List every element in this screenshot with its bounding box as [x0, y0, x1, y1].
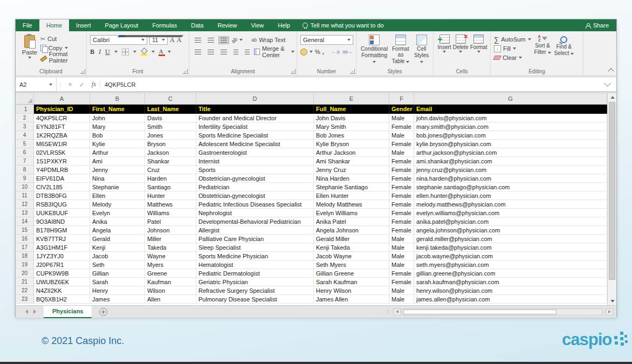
decrease-decimal-button[interactable]: .00→ [342, 50, 352, 54]
grid-cell[interactable]: Male [389, 286, 414, 295]
grid-cell[interactable]: Male [389, 252, 414, 260]
grid-cell[interactable]: Gastroenterologist [196, 148, 314, 157]
grid-cell[interactable]: ami.shankar@physician.com [414, 157, 607, 166]
align-bottom-button[interactable] [218, 36, 229, 44]
row-number[interactable]: 18 [16, 252, 34, 260]
underline-button[interactable]: U [105, 48, 110, 56]
grid-cell[interactable]: Ami Shankar [314, 157, 389, 166]
grid-cell[interactable]: Female [389, 140, 414, 148]
grid-cell[interactable]: Adolescent Medicine Specialist [196, 140, 314, 148]
grid-cell[interactable]: N4ZII2KK [34, 286, 90, 295]
grid-cell[interactable]: Stephanie Santiago [314, 183, 389, 191]
grid-cell[interactable]: Jackson [145, 148, 196, 157]
grid-cell[interactable]: Female [389, 217, 414, 226]
grid-cell[interactable]: Female [389, 226, 414, 235]
header-cell[interactable]: Email [414, 105, 607, 114]
collapse-ribbon-button[interactable] [608, 68, 614, 74]
tab-formulas[interactable]: Formulas [145, 19, 184, 31]
grid-cell[interactable]: Angela Johnson [314, 226, 389, 235]
column-header-b[interactable]: B [90, 93, 145, 104]
grid-cell[interactable]: Male [389, 243, 414, 252]
grid-cell[interactable]: Mary Smith [314, 122, 389, 131]
row-number[interactable]: 9 [16, 174, 34, 183]
row-number[interactable]: 4 [16, 131, 34, 140]
grid-cell[interactable]: Obstetrician-gynecologist [196, 174, 314, 183]
grid-cell[interactable]: CUPK9W9B [34, 269, 90, 278]
grid-cell[interactable]: Jenny [90, 166, 145, 174]
conditional-formatting-button[interactable]: Conditional Formatting [360, 34, 389, 67]
column-header-g[interactable]: G [414, 93, 607, 104]
grid-cell[interactable]: Palliative Care Physician [196, 235, 314, 243]
merge-center-button[interactable]: Merge & Center [262, 45, 289, 58]
grid-cell[interactable]: RSB3IQUG [34, 200, 90, 209]
grid-cell[interactable]: Cruz [145, 166, 196, 174]
scroll-up-arrow[interactable] [610, 96, 615, 99]
row-number[interactable]: 17 [16, 243, 34, 252]
grid-cell[interactable]: Female [389, 157, 414, 166]
tab-home[interactable]: Home [39, 19, 69, 31]
previous-sheet-arrow[interactable] [25, 310, 28, 314]
grid-cell[interactable]: Allen [145, 295, 196, 304]
merge-center-dropdown-arrow[interactable] [291, 51, 294, 53]
cut-button[interactable]: ✂ Cut [40, 35, 84, 43]
accounting-format-button[interactable] [300, 49, 307, 56]
grid-cell[interactable]: Kenji Takeda [314, 243, 389, 252]
underline-dropdown-arrow[interactable] [114, 51, 118, 53]
tab-help[interactable]: Help [271, 19, 297, 31]
italic-button[interactable]: I [99, 48, 101, 56]
grid-cell[interactable]: EYNJ81FT [34, 122, 90, 131]
format-as-table-button[interactable]: Format as Table [389, 34, 412, 67]
grid-cell[interactable]: ellen.hunter@physician.com [414, 191, 607, 200]
header-cell[interactable]: Gender [389, 105, 414, 114]
grid-cell[interactable]: Sarah Kaufman [314, 278, 389, 286]
grid-cell[interactable]: Smith [145, 122, 196, 131]
row-number[interactable]: 21 [16, 278, 34, 286]
grid-cell[interactable]: Nina [90, 174, 145, 183]
grid-cell[interactable]: sarah.kaufman@physician.com [414, 278, 607, 286]
find-select-button[interactable]: Find & Select [554, 34, 574, 67]
grid-cell[interactable]: Greene [145, 269, 196, 278]
grid-cell[interactable]: Male [389, 235, 414, 243]
name-box-dropdown-arrow[interactable] [49, 84, 52, 86]
increase-font-button[interactable]: A [170, 36, 175, 44]
row-number[interactable]: 11 [16, 191, 34, 200]
header-cell[interactable]: First_Name [90, 105, 145, 114]
grid-cell[interactable]: Female [389, 209, 414, 217]
grid-cell[interactable]: Melody [90, 200, 145, 209]
grid-cell[interactable]: Infertility Specialist [196, 122, 314, 131]
insert-cells-button[interactable]: Insert [438, 34, 451, 67]
grid-cell[interactable]: Allergist [196, 226, 314, 235]
grid-cell[interactable]: Arthur [90, 148, 145, 157]
row-number[interactable]: 15 [16, 226, 34, 235]
header-cell[interactable]: Physician_ID [34, 105, 90, 114]
grid-cell[interactable]: Female [389, 122, 414, 131]
tell-me-box[interactable]: Tell me what you want to do [303, 19, 384, 31]
copy-dropdown-arrow[interactable] [65, 47, 68, 49]
grid-cell[interactable]: Harden [145, 174, 196, 183]
grid-cell[interactable]: Angela [90, 226, 145, 235]
grid-cell[interactable]: Bob Jones [314, 131, 389, 140]
row-number[interactable]: 10 [16, 183, 34, 191]
grid-cell[interactable]: Takeda [145, 243, 196, 252]
formula-bar-grip[interactable]: ⋮ [57, 81, 64, 87]
row-number[interactable]: 14 [16, 217, 34, 226]
format-painter-button[interactable]: Format Painter [40, 53, 84, 61]
grid-cell[interactable]: gerald.miller@physician.com [414, 235, 607, 243]
align-left-button[interactable] [193, 48, 203, 56]
grid-cell[interactable]: john.davis@physician.com [414, 114, 607, 122]
grid-cell[interactable]: Hematologist [196, 260, 314, 269]
column-header-c[interactable]: C [145, 93, 196, 104]
tab-view[interactable]: View [244, 19, 271, 31]
grid-cell[interactable]: M6SEW1IR [34, 140, 90, 148]
header-cell[interactable]: Full_Name [314, 105, 389, 114]
grid-cell[interactable]: Jacob Wayne [314, 252, 389, 260]
grid-cell[interactable]: CIV2L185 [34, 183, 90, 191]
orientation-button[interactable]: ab [230, 36, 239, 44]
grid-cell[interactable]: John [90, 114, 145, 122]
row-number[interactable]: 3 [16, 122, 34, 131]
grid-cell[interactable]: Pulmonary Disease Specialist [196, 295, 314, 304]
grid-cell[interactable]: Female [389, 183, 414, 191]
grid-cell[interactable]: Shankar [145, 157, 196, 166]
fill-button[interactable]: ↓ Fill [494, 44, 531, 53]
tab-file[interactable]: File [16, 19, 39, 31]
